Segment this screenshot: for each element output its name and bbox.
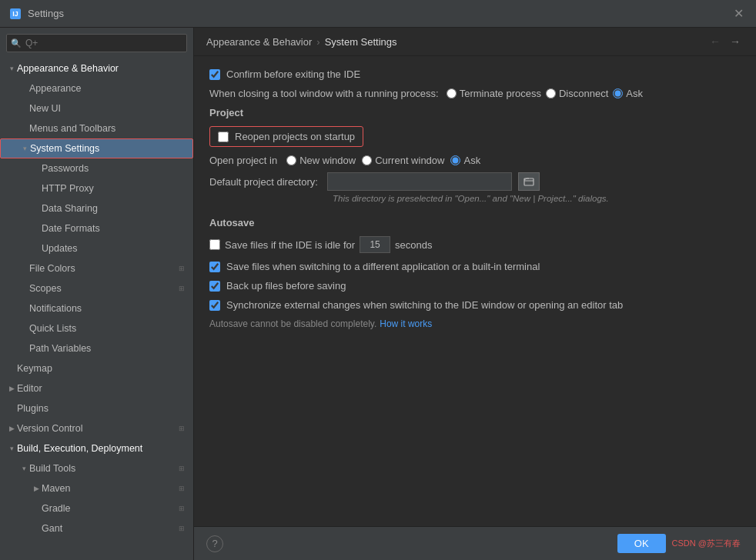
dir-browse-button[interactable] bbox=[518, 172, 540, 191]
default-dir-input[interactable] bbox=[327, 172, 512, 191]
confirm-exit-row: Confirm before exiting the IDE bbox=[209, 68, 741, 80]
external-link-icon: ⊞ bbox=[176, 463, 187, 474]
tool-window-row: When closing a tool window with a runnin… bbox=[209, 88, 741, 99]
close-button[interactable]: ✕ bbox=[731, 3, 747, 24]
backup-checkbox[interactable] bbox=[209, 281, 220, 292]
sidebar-item-updates[interactable]: Updates bbox=[0, 238, 193, 258]
help-button[interactable]: ? bbox=[206, 535, 223, 552]
reopen-checkbox[interactable] bbox=[218, 132, 229, 142]
main-layout: 🔍 ▾ Appearance & Behavior Appearance New… bbox=[0, 28, 756, 560]
sidebar-item-data-sharing[interactable]: Data Sharing bbox=[0, 198, 193, 218]
sidebar-item-appearance-behavior[interactable]: ▾ Appearance & Behavior bbox=[0, 58, 193, 78]
backup-label: Back up files before saving bbox=[226, 280, 346, 292]
autosave-section-title: Autosave bbox=[209, 217, 741, 228]
backup-row: Back up files before saving bbox=[209, 280, 741, 292]
external-link-icon: ⊞ bbox=[176, 503, 187, 514]
forward-button[interactable]: → bbox=[727, 34, 744, 49]
save-idle-row: Save files if the IDE is idle for second… bbox=[209, 236, 741, 253]
sidebar-item-menus-toolbars[interactable]: Menus and Toolbars bbox=[0, 118, 193, 138]
external-link-icon: ⊞ bbox=[176, 263, 187, 274]
chevron-down-icon: ▾ bbox=[18, 463, 29, 474]
save-idle-checkbox[interactable] bbox=[209, 239, 220, 250]
ok-button[interactable]: OK bbox=[617, 534, 666, 553]
external-link-icon: ⊞ bbox=[176, 483, 187, 494]
app-icon: IJ bbox=[9, 8, 22, 20]
terminate-label: Terminate process bbox=[460, 88, 541, 99]
sidebar-item-date-formats[interactable]: Date Formats bbox=[0, 218, 193, 238]
breadcrumb-current: System Settings bbox=[325, 36, 397, 48]
sidebar-item-maven[interactable]: ▶ Maven ⊞ bbox=[0, 478, 193, 498]
sidebar-item-build-tools[interactable]: ▾ Build Tools ⊞ bbox=[0, 458, 193, 478]
save-switch-label: Save files when switching to a different… bbox=[226, 261, 540, 272]
disconnect-label: Disconnect bbox=[559, 88, 608, 99]
sidebar-tree: ▾ Appearance & Behavior Appearance New U… bbox=[0, 58, 193, 560]
sidebar-item-scopes[interactable]: Scopes ⊞ bbox=[0, 278, 193, 298]
footer: ? OK CSDN @苏三有春 bbox=[194, 526, 756, 560]
new-window-label: New window bbox=[299, 155, 356, 166]
sidebar-item-gradle[interactable]: Gradle ⊞ bbox=[0, 498, 193, 518]
search-icon: 🔍 bbox=[11, 38, 22, 48]
autosave-note: Autosave cannot be disabled completely. … bbox=[209, 318, 741, 329]
chevron-right-icon: ▶ bbox=[31, 483, 42, 494]
terminate-option[interactable]: Terminate process bbox=[447, 88, 541, 99]
sidebar-item-editor[interactable]: ▶ Editor bbox=[0, 378, 193, 398]
terminate-radio[interactable] bbox=[447, 88, 457, 98]
sync-checkbox[interactable] bbox=[209, 300, 220, 311]
how-it-works-link[interactable]: How it works bbox=[380, 318, 432, 329]
sidebar-item-file-colors[interactable]: File Colors ⊞ bbox=[0, 258, 193, 278]
back-button[interactable]: ← bbox=[707, 34, 724, 49]
new-window-radio[interactable] bbox=[286, 155, 296, 165]
sidebar-item-gant[interactable]: Gant ⊞ bbox=[0, 518, 193, 538]
current-window-option[interactable]: Current window bbox=[362, 155, 444, 166]
open-project-label: Open project in bbox=[209, 155, 277, 166]
sidebar-item-passwords[interactable]: Passwords bbox=[0, 158, 193, 178]
save-switch-row: Save files when switching to a different… bbox=[209, 261, 741, 272]
external-link-icon: ⊞ bbox=[176, 523, 187, 534]
disconnect-option[interactable]: Disconnect bbox=[546, 88, 608, 99]
window-title: Settings bbox=[28, 8, 731, 19]
svg-text:IJ: IJ bbox=[12, 10, 18, 18]
sidebar-item-new-ui[interactable]: New UI bbox=[0, 98, 193, 118]
breadcrumb: Appearance & Behavior › System Settings … bbox=[194, 28, 756, 56]
sidebar-item-system-settings[interactable]: ▾ System Settings bbox=[0, 138, 193, 158]
sidebar-item-appearance[interactable]: Appearance bbox=[0, 78, 193, 98]
chevron-down-icon: ▾ bbox=[6, 63, 17, 74]
tool-window-label: When closing a tool window with a runnin… bbox=[209, 88, 439, 99]
sidebar-item-plugins[interactable]: Plugins bbox=[0, 398, 193, 418]
external-link-icon: ⊞ bbox=[176, 283, 187, 294]
autosave-note-text: Autosave cannot be disabled completely. bbox=[209, 318, 376, 329]
autosave-section: Autosave Save files if the IDE is idle f… bbox=[209, 217, 741, 329]
project-section-title: Project bbox=[209, 107, 741, 118]
sidebar-item-keymap[interactable]: Keymap bbox=[0, 358, 193, 378]
chevron-right-icon: ▶ bbox=[6, 423, 17, 434]
chevron-right-icon: ▶ bbox=[6, 383, 17, 394]
current-window-label: Current window bbox=[375, 155, 444, 166]
sidebar: 🔍 ▾ Appearance & Behavior Appearance New… bbox=[0, 28, 194, 560]
ask-project-radio[interactable] bbox=[450, 155, 460, 165]
new-window-option[interactable]: New window bbox=[286, 155, 356, 166]
search-box[interactable]: 🔍 bbox=[6, 34, 187, 52]
idle-seconds-input[interactable] bbox=[360, 236, 390, 253]
search-input[interactable] bbox=[6, 34, 187, 52]
sidebar-item-build-exec-deploy[interactable]: ▾ Build, Execution, Deployment bbox=[0, 438, 193, 458]
sync-row: Synchronize external changes when switch… bbox=[209, 299, 741, 311]
title-bar: IJ Settings ✕ bbox=[0, 0, 756, 28]
ask-radio[interactable] bbox=[613, 88, 623, 98]
breadcrumb-separator: › bbox=[316, 36, 319, 48]
ask-project-option[interactable]: Ask bbox=[450, 155, 480, 166]
ask-option[interactable]: Ask bbox=[613, 88, 643, 99]
confirm-exit-checkbox[interactable] bbox=[209, 69, 220, 80]
settings-content: Confirm before exiting the IDE When clos… bbox=[194, 56, 756, 526]
project-section: Project Reopen projects on startup Open … bbox=[209, 107, 741, 203]
save-idle-label: Save files if the IDE is idle for bbox=[225, 239, 355, 251]
disconnect-radio[interactable] bbox=[546, 88, 556, 98]
ask-project-label: Ask bbox=[463, 155, 480, 166]
current-window-radio[interactable] bbox=[362, 155, 372, 165]
sidebar-item-notifications[interactable]: Notifications bbox=[0, 298, 193, 318]
save-switch-checkbox[interactable] bbox=[209, 262, 220, 272]
sidebar-item-quick-lists[interactable]: Quick Lists bbox=[0, 318, 193, 338]
sidebar-item-http-proxy[interactable]: HTTP Proxy bbox=[0, 178, 193, 198]
sidebar-item-version-control[interactable]: ▶ Version Control ⊞ bbox=[0, 418, 193, 438]
content-area: Appearance & Behavior › System Settings … bbox=[194, 28, 756, 560]
sidebar-item-path-variables[interactable]: Path Variables bbox=[0, 338, 193, 358]
